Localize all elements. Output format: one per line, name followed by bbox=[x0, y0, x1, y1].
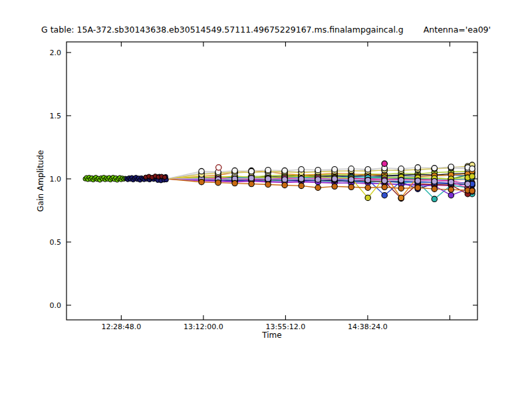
marker-lavender bbox=[348, 177, 354, 182]
marker-lavender bbox=[365, 178, 370, 183]
marker-darkorange bbox=[432, 186, 437, 192]
marker-darkorange bbox=[299, 183, 304, 188]
marker-teal bbox=[432, 196, 437, 201]
marker-royalblue bbox=[382, 192, 387, 198]
marker-darkorange bbox=[448, 187, 454, 192]
marker-white2-open bbox=[398, 166, 404, 172]
figure: G table: 15A-372.sb30143638.eb30514549.5… bbox=[0, 0, 532, 399]
marker-white2-open bbox=[415, 165, 420, 170]
y-tick-label: 1.0 bbox=[50, 175, 62, 184]
marker-darkorange bbox=[249, 181, 254, 186]
marker-lavender bbox=[299, 176, 304, 182]
marker-white2-open bbox=[469, 166, 475, 172]
marker-lavender bbox=[465, 181, 470, 186]
marker-darkorange bbox=[469, 188, 475, 194]
y-tick-label: 2.0 bbox=[50, 49, 62, 57]
marker-white2-open bbox=[332, 167, 337, 172]
y-tick-label: 0.0 bbox=[50, 301, 62, 310]
marker-lavender bbox=[398, 178, 404, 183]
tick-labels: 12:28:48.013:12:00.013:55:12.014:38:24.0… bbox=[50, 49, 388, 331]
marker-darkorange bbox=[332, 184, 337, 189]
marker-darkorange bbox=[215, 180, 221, 185]
outlier-marker bbox=[382, 161, 387, 166]
marker-lavender bbox=[432, 179, 437, 184]
marker-white2-open bbox=[365, 167, 370, 172]
marker-white2-open bbox=[249, 168, 254, 174]
x-tick-label: 13:55:12.0 bbox=[265, 323, 305, 331]
dense-segments bbox=[83, 174, 168, 183]
marker-lavender bbox=[382, 178, 387, 184]
marker-white2-open bbox=[448, 164, 454, 170]
marker-darkorange bbox=[398, 186, 404, 191]
marker-darkorange bbox=[365, 185, 370, 190]
marker-darkorange bbox=[415, 185, 420, 190]
marker-yellow bbox=[469, 174, 475, 179]
marker-lavender bbox=[249, 176, 254, 181]
marker-darkorange bbox=[265, 182, 271, 187]
segment-marker-scan2-darkred bbox=[163, 175, 167, 179]
marker-orange bbox=[398, 195, 404, 200]
y-tick-label: 0.5 bbox=[50, 238, 62, 247]
marker-lavender bbox=[415, 178, 420, 184]
marker-white2-open bbox=[232, 168, 237, 173]
marker-white2-open bbox=[282, 168, 287, 173]
marker-white2-open bbox=[265, 167, 271, 172]
x-tick-label: 14:38:24.0 bbox=[348, 323, 388, 331]
marker-lavender bbox=[315, 177, 321, 182]
marker-darkorange bbox=[382, 184, 387, 190]
marker-lavender bbox=[265, 176, 271, 182]
marker-yellow bbox=[365, 195, 370, 200]
marker-lavender bbox=[282, 177, 287, 182]
marker-white2-open bbox=[199, 168, 204, 174]
outlier-marker bbox=[216, 165, 221, 170]
marker-lavender bbox=[448, 180, 454, 185]
marker-darkorange bbox=[315, 185, 321, 190]
marker-darkorange bbox=[282, 182, 287, 188]
marker-white2-open bbox=[432, 166, 437, 171]
marker-white2-open bbox=[315, 167, 321, 172]
x-tick-label: 12:28:48.0 bbox=[101, 323, 141, 331]
x-tick-label: 13:12:00.0 bbox=[184, 323, 223, 331]
marker-white2-open bbox=[348, 166, 354, 172]
marker-white2-open bbox=[299, 167, 304, 172]
marker-purple bbox=[448, 192, 454, 198]
marker-darkorange bbox=[348, 184, 354, 190]
marker-darkorange bbox=[199, 180, 204, 185]
marker-lavender bbox=[332, 176, 337, 182]
y-tick-label: 1.5 bbox=[50, 112, 62, 120]
plot-canvas: 12:28:48.013:12:00.013:55:12.014:38:24.0… bbox=[0, 0, 532, 399]
marker-darkorange bbox=[232, 180, 237, 186]
